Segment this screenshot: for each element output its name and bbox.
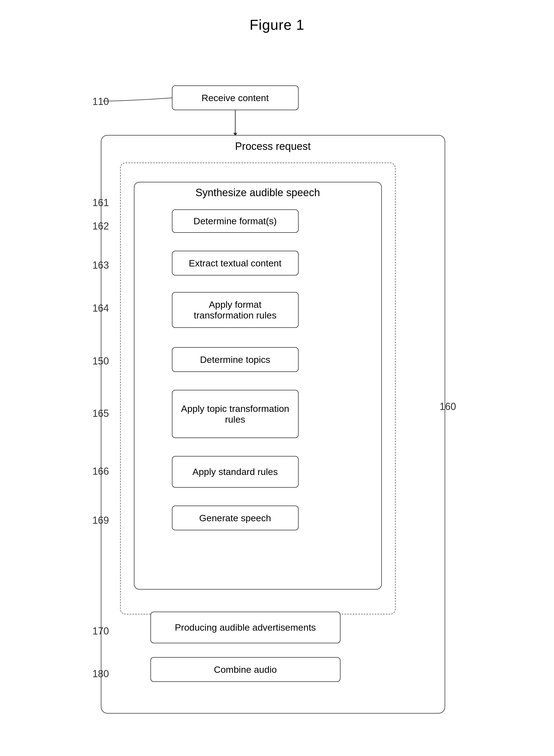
label-170: 170 <box>93 626 109 637</box>
label-169: 169 <box>93 515 109 526</box>
extract-textual-label: Extract textual content <box>189 258 281 269</box>
label-180: 180 <box>93 668 109 680</box>
determine-formats-label: Determine format(s) <box>193 216 277 226</box>
determine-topics-box: Determine topics <box>172 347 298 372</box>
generate-speech-label: Generate speech <box>199 513 271 524</box>
label-150: 150 <box>93 356 109 367</box>
label-163: 163 <box>93 260 109 271</box>
process-request-label: Process request <box>101 141 445 152</box>
receive-content-box: Receive content <box>172 86 298 110</box>
label-162: 162 <box>93 220 109 232</box>
receive-content-label: Receive content <box>202 93 269 103</box>
generate-speech-box: Generate speech <box>172 505 298 530</box>
synth-speech-label: Synthesize audible speech <box>134 187 382 199</box>
combine-audio-label: Combine audio <box>214 664 277 675</box>
apply-format-rules-label: Apply format transformation rules <box>178 299 292 321</box>
label-164: 164 <box>93 303 109 314</box>
apply-standard-rules-box: Apply standard rules <box>172 456 298 488</box>
label-165: 165 <box>93 408 109 419</box>
apply-standard-rules-label: Apply standard rules <box>192 467 278 477</box>
determine-formats-box: Determine format(s) <box>172 209 298 233</box>
extract-textual-box: Extract textual content <box>172 251 298 275</box>
label-166: 166 <box>93 466 109 477</box>
apply-topic-rules-box: Apply topic transformation rules <box>172 390 298 438</box>
page-title: Figure 1 <box>0 16 554 33</box>
determine-topics-label: Determine topics <box>200 354 270 365</box>
apply-format-rules-box: Apply format transformation rules <box>172 292 298 328</box>
label-160: 160 <box>440 401 456 413</box>
apply-topic-rules-label: Apply topic transformation rules <box>178 403 292 425</box>
combine-audio-box: Combine audio <box>151 657 340 682</box>
label-161: 161 <box>93 197 109 209</box>
label-110: 110 <box>93 96 109 107</box>
producing-adv-box: Producing audible advertisements <box>151 612 340 643</box>
producing-adv-label: Producing audible advertisements <box>175 622 316 633</box>
